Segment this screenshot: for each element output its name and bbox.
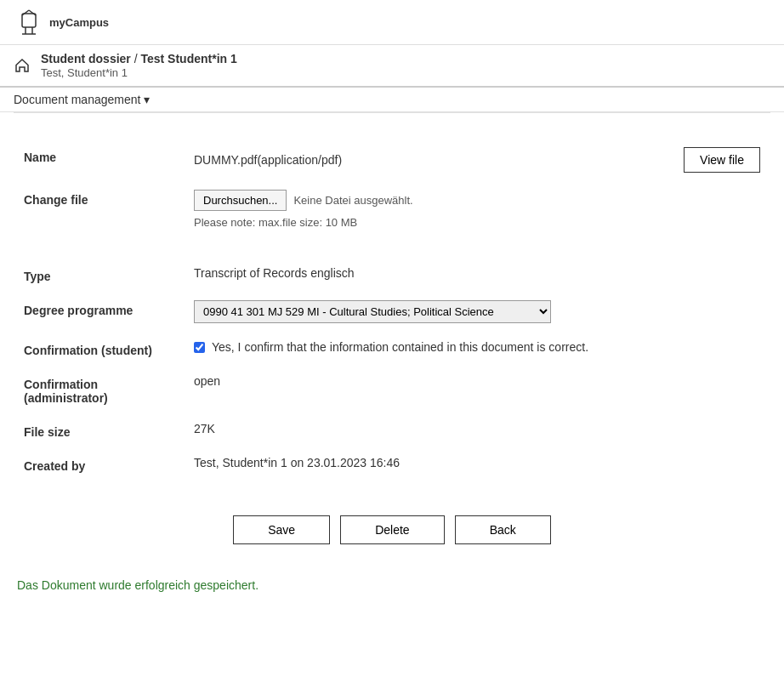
name-value-row: DUMMY.pdf(application/pdf) View file (194, 147, 760, 173)
file-note: Please note: max.file size: 10 MB (194, 216, 760, 229)
type-row: Type Transcript of Records englisch (17, 258, 767, 292)
degree-cell: 0990 41 301 MJ 529 MI - Cultural Studies… (187, 292, 767, 332)
degree-row: Degree programme 0990 41 301 MJ 529 MI -… (17, 292, 767, 332)
confirmation-admin-label: Confirmation (administrator) (17, 366, 187, 413)
name-value-cell: DUMMY.pdf(application/pdf) View file (187, 139, 767, 181)
form-table: Name DUMMY.pdf(application/pdf) View fil… (17, 139, 767, 481)
logo-text: myCampus (49, 16, 109, 29)
main-content: Name DUMMY.pdf(application/pdf) View fil… (0, 113, 784, 561)
document-management-bar: Document management ▾ (0, 88, 784, 112)
file-size-row: File size 27K (17, 413, 767, 447)
dropdown-arrow-icon: ▾ (144, 93, 150, 106)
app-header: myCampus (0, 0, 784, 45)
confirmation-student-checkbox[interactable] (194, 342, 205, 353)
confirmation-student-text: Yes, I confirm that the information cont… (212, 340, 588, 354)
delete-button[interactable]: Delete (340, 515, 444, 544)
change-file-cell: Durchsuchen... Keine Datei ausgewählt. P… (187, 181, 767, 237)
svg-line-2 (29, 10, 36, 15)
breadcrumb: Student dossier / Test Student*in 1 Test… (41, 52, 237, 79)
name-label: Name (17, 139, 187, 181)
svg-line-1 (22, 10, 29, 15)
file-name-value: DUMMY.pdf(application/pdf) (194, 153, 342, 167)
action-buttons: Save Delete Back (17, 515, 767, 544)
confirmation-student-row: Confirmation (student) Yes, I confirm th… (17, 332, 767, 366)
degree-select[interactable]: 0990 41 301 MJ 529 MI - Cultural Studies… (194, 300, 551, 323)
file-size-value: 27K (187, 413, 767, 447)
degree-label: Degree programme (17, 292, 187, 332)
no-file-text: Keine Datei ausgewählt. (293, 194, 412, 207)
success-message: Das Dokument wurde erfolgreich gespeiche… (0, 578, 784, 592)
confirmation-student-label: Confirmation (student) (17, 332, 187, 366)
logo-area: myCampus (14, 7, 109, 37)
type-label: Type (17, 258, 187, 292)
file-size-label: File size (17, 413, 187, 447)
svg-rect-0 (22, 14, 36, 27)
home-icon[interactable] (14, 57, 31, 74)
document-management-dropdown[interactable]: Document management ▾ (14, 93, 150, 106)
navbar: Student dossier / Test Student*in 1 Test… (0, 45, 784, 88)
view-file-button[interactable]: View file (684, 147, 760, 173)
created-by-row: Created by Test, Student*in 1 on 23.01.2… (17, 447, 767, 481)
browse-button[interactable]: Durchsuchen... (194, 190, 287, 211)
change-file-label: Change file (17, 181, 187, 237)
spacer-row (17, 237, 767, 258)
created-by-value: Test, Student*in 1 on 23.01.2023 16:46 (187, 447, 767, 481)
confirmation-student-cell: Yes, I confirm that the information cont… (187, 332, 767, 366)
back-button[interactable]: Back (455, 515, 551, 544)
confirmation-checkbox-row: Yes, I confirm that the information cont… (194, 340, 760, 354)
change-file-row: Change file Durchsuchen... Keine Datei a… (17, 181, 767, 237)
save-button[interactable]: Save (233, 515, 330, 544)
created-by-label: Created by (17, 447, 187, 481)
breadcrumb-subtitle: Test, Student*in 1 (41, 66, 128, 79)
confirmation-admin-value: open (187, 366, 767, 413)
file-input-area: Durchsuchen... Keine Datei ausgewählt. (194, 190, 760, 211)
name-row: Name DUMMY.pdf(application/pdf) View fil… (17, 139, 767, 181)
confirmation-admin-row: Confirmation (administrator) open (17, 366, 767, 413)
mycampus-logo-icon (14, 7, 44, 37)
breadcrumb-title: Student dossier / Test Student*in 1 (41, 52, 237, 65)
type-value: Transcript of Records englisch (187, 258, 767, 292)
